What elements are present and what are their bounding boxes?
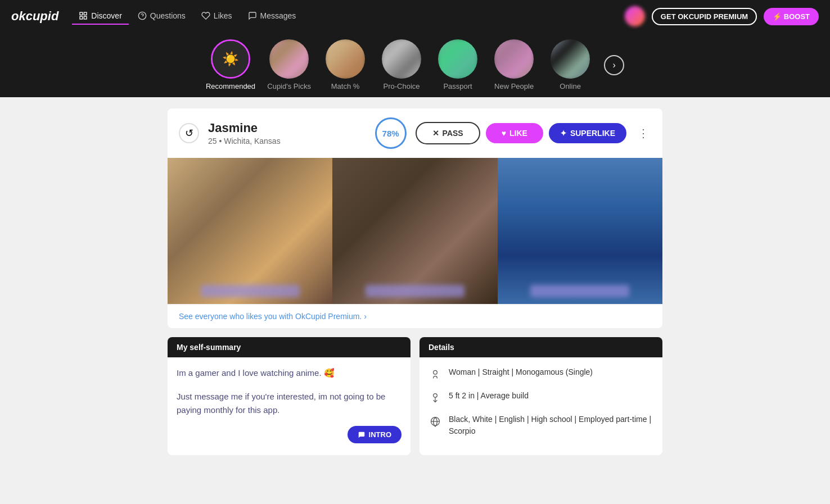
new-people-label: New People — [494, 82, 534, 90]
detail-row-gender: Woman | Straight | Monogamous (Single) — [428, 366, 653, 381]
profile-header: ↺ Jasmine 25 • Wichita, Kansas 78% ✕ PAS… — [168, 108, 662, 158]
match-thumb — [326, 39, 365, 79]
detail-text-height: 5 ft 2 in | Average build — [449, 390, 529, 402]
like-button[interactable]: ♥ LIKE — [486, 123, 543, 143]
likes-icon — [201, 11, 210, 20]
recommended-icon: ☀️ — [222, 51, 239, 67]
category-bar: ☀️ Recommended Cupid's Picks Match % Pro… — [0, 33, 830, 97]
category-online[interactable]: Online — [548, 39, 593, 90]
height-icon — [428, 391, 442, 405]
recommended-icon-bg: ☀️ — [213, 41, 249, 77]
profile-name-section: Jasmine 25 • Wichita, Kansas — [208, 121, 366, 146]
detail-row-background: Black, White | English | High school | E… — [428, 414, 653, 437]
main-content: ↺ Jasmine 25 • Wichita, Kansas 78% ✕ PAS… — [156, 97, 674, 466]
detail-text-background: Black, White | English | High school | E… — [449, 414, 653, 437]
photo-1-overlay — [201, 285, 300, 297]
message-icon — [358, 431, 366, 439]
profile-meta: 25 • Wichita, Kansas — [208, 137, 366, 146]
intro-button[interactable]: INTRO — [348, 426, 402, 443]
category-new-people[interactable]: New People — [491, 39, 536, 90]
photo-2[interactable] — [332, 158, 497, 304]
cupids-picks-thumb — [269, 39, 309, 79]
photo-3-overlay — [530, 285, 629, 297]
svg-point-6 — [434, 370, 437, 374]
chevron-right-icon: › — [612, 60, 615, 70]
category-cupids-picks[interactable]: Cupid's Picks — [267, 39, 312, 90]
lower-grid: My self-summary Im a gamer and I love wa… — [168, 337, 662, 455]
top-navigation: okcupid Discover Questions Likes Message… — [0, 0, 830, 33]
recommended-label: Recommended — [206, 82, 255, 90]
globe-icon — [428, 415, 442, 428]
superlike-icon: ✦ — [560, 129, 567, 138]
category-passport[interactable]: Passport — [435, 39, 480, 90]
gender-icon — [428, 367, 442, 381]
online-thumb — [551, 39, 590, 79]
self-summary-body: Im a gamer and I love watching anime. 🥰 … — [168, 357, 411, 452]
category-recommended[interactable]: ☀️ Recommended — [206, 39, 255, 90]
questions-icon — [138, 11, 147, 20]
photo-3[interactable] — [498, 158, 662, 304]
premium-button[interactable]: GET OKCUPID PREMIUM — [652, 8, 757, 25]
details-body: Woman | Straight | Monogamous (Single) 5… — [419, 357, 662, 455]
boost-button[interactable]: ⚡ BOOST — [764, 8, 819, 25]
online-img — [551, 39, 590, 79]
discover-icon — [79, 11, 88, 20]
nav-items: Discover Questions Likes Messages — [72, 8, 620, 25]
passport-img — [438, 39, 477, 79]
cupids-picks-img — [269, 39, 309, 79]
recommended-thumb: ☀️ — [211, 39, 250, 79]
passport-thumb — [438, 39, 477, 79]
passport-label: Passport — [443, 82, 472, 90]
next-category-button[interactable]: › — [604, 55, 624, 75]
refresh-icon: ↺ — [185, 127, 193, 139]
category-match[interactable]: Match % — [323, 39, 368, 90]
svg-rect-2 — [80, 16, 83, 19]
nav-item-messages[interactable]: Messages — [241, 8, 303, 25]
premium-link[interactable]: See everyone who likes you with OkCupid … — [179, 312, 367, 321]
photo-1[interactable] — [168, 158, 332, 304]
ellipsis-icon: ⋮ — [638, 127, 649, 139]
details-card: Details Woman | Straight | Monogamous (S… — [419, 337, 662, 455]
more-options-button[interactable]: ⋮ — [635, 124, 651, 142]
detail-text-gender: Woman | Straight | Monogamous (Single) — [449, 366, 593, 378]
self-summary-header: My self-summary — [168, 337, 411, 357]
detail-row-height: 5 ft 2 in | Average build — [428, 390, 653, 405]
heart-icon: ♥ — [502, 129, 506, 138]
svg-rect-1 — [84, 12, 87, 15]
x-icon: ✕ — [432, 129, 439, 138]
refresh-button[interactable]: ↺ — [179, 123, 199, 143]
nav-item-likes[interactable]: Likes — [195, 8, 239, 25]
user-avatar[interactable] — [625, 6, 645, 26]
photos-grid — [168, 158, 662, 304]
action-buttons: ✕ PASS ♥ LIKE ✦ SUPERLIKE — [416, 122, 626, 144]
match-percentage-circle: 78% — [375, 117, 407, 149]
photo-2-overlay — [366, 285, 464, 297]
pass-button[interactable]: ✕ PASS — [416, 122, 480, 144]
cupids-picks-label: Cupid's Picks — [267, 82, 311, 90]
match-label: Match % — [331, 82, 360, 90]
category-pro-choice[interactable]: Pro-Choice — [379, 39, 424, 90]
superlike-button[interactable]: ✦ SUPERLIKE — [549, 123, 626, 143]
nav-item-questions[interactable]: Questions — [131, 8, 192, 25]
pro-choice-img — [382, 39, 421, 79]
new-people-thumb — [494, 39, 534, 79]
match-img — [326, 39, 365, 79]
summary-text-2: Just message me if you're interested, im… — [177, 390, 402, 417]
premium-banner: See everyone who likes you with OkCupid … — [168, 304, 662, 328]
nav-item-discover[interactable]: Discover — [72, 8, 128, 25]
self-summary-card: My self-summary Im a gamer and I love wa… — [168, 337, 411, 455]
profile-card: ↺ Jasmine 25 • Wichita, Kansas 78% ✕ PAS… — [168, 108, 662, 328]
pro-choice-thumb — [382, 39, 421, 79]
summary-text-1: Im a gamer and I love watching anime. 🥰 — [177, 366, 402, 380]
svg-point-7 — [434, 394, 437, 398]
pro-choice-label: Pro-Choice — [384, 82, 420, 90]
svg-rect-0 — [80, 12, 83, 15]
nav-right: GET OKCUPID PREMIUM ⚡ BOOST — [625, 6, 819, 26]
new-people-img — [494, 39, 534, 79]
details-header: Details — [419, 337, 662, 357]
online-label: Online — [560, 82, 581, 90]
profile-name: Jasmine — [208, 121, 366, 135]
app-logo: okcupid — [11, 9, 58, 24]
messages-icon — [248, 11, 257, 20]
svg-rect-3 — [84, 16, 87, 19]
